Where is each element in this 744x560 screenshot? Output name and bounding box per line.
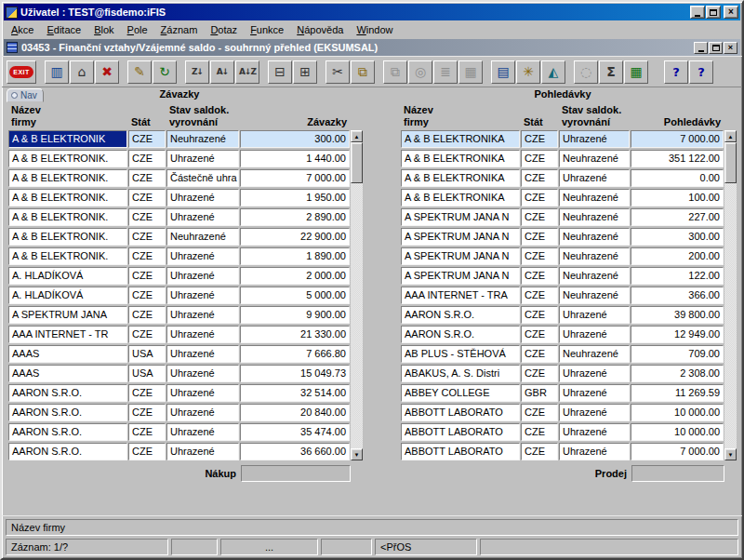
firm-cell[interactable]: A & B ELEKTRONIK.: [8, 189, 127, 207]
status-cell[interactable]: Uhrazené: [166, 208, 239, 226]
print-preview-icon[interactable]: ⊞: [293, 60, 317, 84]
status-cell[interactable]: Neuhrazené: [559, 267, 630, 285]
search-icon[interactable]: ◎: [408, 60, 432, 84]
amount-cell[interactable]: 39 800.00: [631, 306, 724, 324]
country-cell[interactable]: CZE: [521, 150, 558, 167]
sort-desc-icon[interactable]: Z↓: [185, 60, 209, 84]
amount-cell[interactable]: 7 000.00: [631, 130, 724, 148]
firm-cell[interactable]: AAA INTERNET - TRA: [401, 287, 520, 304]
country-cell[interactable]: CZE: [521, 267, 558, 285]
amount-cell[interactable]: 227.00: [631, 208, 724, 226]
country-cell[interactable]: CZE: [128, 130, 166, 148]
print-icon[interactable]: ⊟: [268, 60, 292, 84]
table-row[interactable]: A & B ELEKTRONIK. CZE Uhrazené 1 890.00: [8, 247, 350, 265]
status-cell[interactable]: Uhrazené: [166, 345, 239, 363]
country-cell[interactable]: CZE: [128, 306, 166, 324]
firm-cell[interactable]: AAAS: [8, 345, 127, 363]
country-cell[interactable]: CZE: [128, 150, 166, 167]
country-cell[interactable]: CZE: [128, 423, 166, 441]
vertical-scrollbar[interactable]: ▲ ▼: [724, 130, 737, 460]
table-row[interactable]: A SPEKTRUM JANA N CZE Neuhrazené 200.00: [401, 247, 724, 265]
amount-cell[interactable]: 200.00: [631, 247, 724, 265]
scrollbar-thumb[interactable]: [351, 142, 363, 183]
amount-cell[interactable]: 0.00: [631, 169, 724, 187]
country-cell[interactable]: CZE: [521, 404, 558, 421]
close-button[interactable]: ×: [724, 6, 738, 19]
refresh-icon[interactable]: ↻: [153, 60, 177, 84]
table-row[interactable]: A & B ELEKTRONIKA CZE Uhrazené 7 000.00: [401, 130, 724, 148]
cut-icon[interactable]: ✂: [326, 60, 350, 84]
form-close-button[interactable]: ×: [724, 42, 737, 54]
report-icon[interactable]: ▤: [491, 60, 515, 84]
table-row[interactable]: A & B ELEKTRONIKA CZE Neuhrazené 100.00: [401, 189, 724, 207]
table-row[interactable]: A SPEKTRUM JANA N CZE Neuhrazené 122.00: [401, 267, 724, 285]
firm-cell[interactable]: A & B ELEKTRONIKA: [401, 130, 520, 148]
table-row[interactable]: A & B ELEKTRONIKA CZE Uhrazené 0.00: [401, 169, 724, 187]
country-cell[interactable]: CZE: [521, 287, 558, 304]
amount-cell[interactable]: 10 000.00: [631, 423, 724, 441]
table-row[interactable]: AARON S.R.O. CZE Uhrazené 32 514.00: [8, 384, 350, 402]
amount-cell[interactable]: 9 900.00: [240, 306, 350, 324]
status-cell[interactable]: Uhrazené: [166, 326, 239, 343]
country-cell[interactable]: CZE: [128, 287, 166, 304]
firm-cell[interactable]: A. HLADÍKOVÁ: [8, 287, 127, 304]
table-row[interactable]: A SPEKTRUM JANA CZE Uhrazené 9 900.00: [8, 306, 350, 324]
firm-cell[interactable]: ABBEY COLLEGE: [401, 384, 520, 402]
country-cell[interactable]: CZE: [128, 228, 166, 246]
status-cell[interactable]: Uhrazené: [166, 365, 239, 382]
status-cell[interactable]: Uhrazené: [559, 306, 630, 324]
amount-cell[interactable]: 10 000.00: [631, 404, 724, 421]
amount-cell[interactable]: 1 440.00: [240, 150, 350, 167]
edit-record-icon[interactable]: ✎: [127, 60, 152, 84]
table-row[interactable]: A. HLADÍKOVÁ CZE Uhrazené 5 000.00: [8, 287, 350, 304]
table-row[interactable]: ABBEY COLLEGE GBR Uhrazené 11 269.59: [401, 384, 724, 402]
firm-cell[interactable]: A & B ELEKTRONIK.: [8, 208, 127, 226]
chart-icon[interactable]: ◭: [541, 60, 565, 84]
titlebar[interactable]: Uživatel : TEST@fisdemo:iFIS ×: [4, 4, 740, 20]
amount-cell[interactable]: 15 049.73: [240, 365, 350, 382]
amount-cell[interactable]: 100.00: [631, 189, 724, 207]
status-cell[interactable]: Uhrazené: [166, 443, 239, 460]
country-cell[interactable]: CZE: [521, 443, 558, 460]
country-cell[interactable]: CZE: [128, 267, 166, 285]
form-minimize-button[interactable]: [694, 42, 708, 54]
firm-cell[interactable]: AAAS: [8, 365, 127, 382]
status-cell[interactable]: Uhrazené: [559, 384, 630, 402]
country-cell[interactable]: CZE: [521, 345, 558, 363]
firm-cell[interactable]: A & B ELEKTRONIK.: [8, 169, 127, 187]
scrollbar-track[interactable]: [351, 142, 363, 448]
amount-cell[interactable]: 351 122.00: [631, 150, 724, 167]
status-cell[interactable]: Uhrazené: [559, 423, 630, 441]
table-row[interactable]: AB PLUS - STĚHOVÁ CZE Neuhrazené 709.00: [401, 345, 724, 363]
table-row[interactable]: A & B ELEKTRONIK. CZE Uhrazené 1 950.00: [8, 189, 350, 207]
firm-cell[interactable]: A & B ELEKTRONIKA: [401, 189, 520, 207]
menu-item[interactable]: Nápověda: [290, 22, 350, 37]
firm-cell[interactable]: ABBOTT LABORATO: [401, 443, 520, 460]
amount-cell[interactable]: 300.00: [240, 130, 350, 148]
country-cell[interactable]: CZE: [521, 169, 558, 187]
amount-cell[interactable]: 2 000.00: [240, 267, 350, 285]
scrollbar-track[interactable]: [724, 142, 737, 448]
country-cell[interactable]: CZE: [128, 404, 166, 421]
firm-cell[interactable]: A SPEKTRUM JANA N: [401, 228, 520, 246]
status-cell[interactable]: Uhrazené: [166, 247, 239, 265]
settings-icon[interactable]: ✳: [516, 60, 540, 84]
paste-icon[interactable]: ⧉: [351, 60, 375, 84]
country-cell[interactable]: CZE: [128, 247, 166, 265]
menu-item[interactable]: Window: [350, 22, 399, 37]
firm-cell[interactable]: A & B ELEKTRONIK.: [8, 247, 127, 265]
menu-item[interactable]: Záznam: [154, 22, 205, 37]
context-help-icon[interactable]: ?: [689, 60, 713, 84]
firm-cell[interactable]: AAA INTERNET - TR: [8, 326, 127, 343]
amount-cell[interactable]: 2 308.00: [631, 365, 724, 382]
table-row[interactable]: AARON S.R.O. CZE Uhrazené 20 840.00: [8, 404, 350, 421]
status-cell[interactable]: Uhrazené: [166, 404, 239, 421]
scrollbar-thumb[interactable]: [724, 142, 737, 183]
country-cell[interactable]: CZE: [128, 384, 166, 402]
amount-cell[interactable]: 20 840.00: [240, 404, 350, 421]
status-cell[interactable]: Neuhrazené: [559, 150, 630, 167]
table-row[interactable]: A & B ELEKTRONIKA CZE Neuhrazené 351 122…: [401, 150, 724, 167]
amount-cell[interactable]: 32 514.00: [240, 384, 350, 402]
country-cell[interactable]: USA: [128, 345, 166, 363]
excel-icon[interactable]: ▦: [624, 60, 648, 84]
